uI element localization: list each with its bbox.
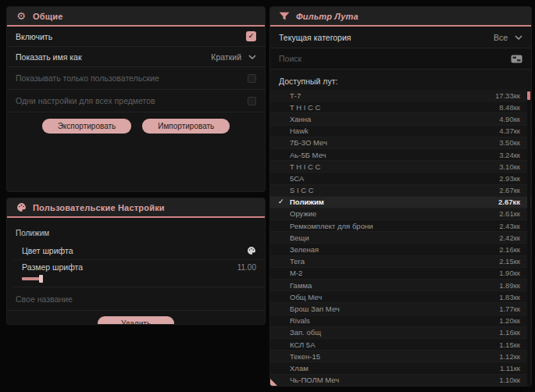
- loot-list-item[interactable]: Тега 2.15кк: [270, 256, 531, 268]
- selected-item-name: Полижим: [16, 229, 49, 237]
- loot-filter-title: Фильтр Лута: [296, 12, 358, 21]
- item-name: Т-7: [290, 91, 495, 100]
- item-price: 2.93кк: [499, 174, 520, 183]
- loot-list-item[interactable]: Хлам 1.11кк: [270, 362, 531, 374]
- loot-list-item[interactable]: Ремкомплект для брони 2.43кк: [270, 220, 531, 232]
- item-price: 17.33кк: [495, 91, 520, 100]
- same-settings-checkbox[interactable]: [248, 97, 256, 105]
- enable-label: Включить: [16, 32, 52, 41]
- loot-list-item[interactable]: Чь-ПОЛМ Меч 1.10кк: [270, 375, 531, 387]
- item-name: М-2: [290, 269, 499, 277]
- palette-icon: [16, 202, 27, 212]
- delete-button[interactable]: Удалить: [98, 316, 174, 325]
- item-name: Вещи: [290, 233, 499, 242]
- show-name-as-value: Краткий: [211, 52, 241, 62]
- mod-settings-window: ⚙ Общие Включить ✓ Показать имя как Крат…: [0, 0, 535, 392]
- search-input[interactable]: [279, 52, 505, 66]
- item-name: S I C C: [290, 186, 499, 194]
- custom-name-input[interactable]: [16, 292, 256, 306]
- only-custom-label: Показывать только пользовательские: [16, 73, 159, 83]
- keyboard-icon[interactable]: [511, 55, 523, 63]
- general-panel-header: ⚙ Общие: [7, 7, 265, 27]
- import-button[interactable]: Импортировать: [142, 119, 230, 134]
- loot-list-item[interactable]: Т-7 17.33кк: [270, 90, 531, 102]
- enable-checkbox[interactable]: ✓: [246, 31, 256, 41]
- general-panel-body: Включить ✓ Показать имя как Краткий Пока…: [7, 27, 265, 138]
- loot-list-item[interactable]: ✓ Полижим 2.67кк: [270, 197, 531, 208]
- loot-list-item[interactable]: Зап. общ 1.16кк: [270, 327, 531, 339]
- item-name: Rivals: [290, 316, 499, 325]
- loot-list-item[interactable]: Hawk 4.37кк: [270, 126, 531, 137]
- item-price: 4.90кк: [499, 115, 520, 123]
- category-dropdown[interactable]: Все: [494, 33, 523, 42]
- category-row: Текущая категория Все: [270, 27, 531, 48]
- item-name: Зеленая: [290, 245, 499, 254]
- item-name: Оружие: [290, 209, 499, 218]
- custom-settings-panel: Пользовательские Настройки Полижим Цвет …: [6, 198, 266, 325]
- loot-list-item[interactable]: М-2 1.90кк: [270, 268, 531, 280]
- loot-list-item[interactable]: КСЛ 5А 1.15кк: [270, 339, 531, 351]
- item-name: Тега: [290, 257, 499, 265]
- loot-list-item[interactable]: Брош Зап Меч 1.77кк: [270, 303, 531, 315]
- category-label: Текущая категория: [279, 33, 351, 42]
- item-price: 1.90кк: [499, 269, 520, 277]
- loot-list-item[interactable]: Аь-5Б Меч 3.24кк: [270, 149, 531, 161]
- selected-item-row: Полижим: [7, 218, 265, 242]
- scrollbar-track[interactable]: [527, 90, 530, 387]
- chevron-down-icon: [515, 35, 523, 40]
- export-button[interactable]: Экспортировать: [42, 119, 132, 134]
- loot-list-item[interactable]: Общ Меч 1.83кк: [270, 291, 531, 303]
- item-price: 3.24кк: [499, 151, 520, 159]
- item-price: 1.77кк: [499, 305, 520, 313]
- available-loot-label: Доступный лут:: [279, 77, 337, 86]
- item-name: 5СА: [290, 174, 499, 183]
- item-name: Hawk: [290, 127, 499, 135]
- funnel-icon: [279, 12, 290, 21]
- category-value: Все: [494, 33, 508, 42]
- loot-list-item[interactable]: 5СА 2.93кк: [270, 173, 531, 184]
- item-price: 8.48кк: [499, 103, 520, 112]
- scrollbar-thumb[interactable]: [527, 91, 530, 100]
- loot-list-item[interactable]: Ханна 4.90кк: [270, 113, 531, 125]
- item-price: 1.89кк: [499, 281, 520, 290]
- only-custom-checkbox[interactable]: [248, 74, 256, 83]
- right-column: Фильтр Лута Текущая категория Все: [269, 6, 532, 387]
- font-color-row: Цвет шрифта: [13, 242, 265, 260]
- general-panel-title: Общие: [33, 12, 63, 21]
- slider-fill: [22, 277, 41, 280]
- font-size-label: Размер шрифта: [22, 262, 83, 272]
- loot-list-item[interactable]: S I C C 2.67кк: [270, 185, 531, 197]
- item-price: 2.67кк: [499, 186, 520, 194]
- item-price: 1.12кк: [499, 352, 520, 361]
- slider-thumb[interactable]: [39, 275, 43, 283]
- enable-row: Включить ✓: [7, 27, 265, 47]
- loot-list-item[interactable]: 7Б-3О Меч 3.50кк: [270, 137, 531, 149]
- item-name: Аь-5Б Меч: [290, 151, 499, 159]
- loot-list-item[interactable]: Вещи 2.42кк: [270, 232, 531, 244]
- item-price: 1.10кк: [499, 376, 520, 384]
- font-size-slider[interactable]: [22, 274, 131, 283]
- show-name-as-dropdown[interactable]: Краткий: [211, 52, 256, 62]
- item-name: Брош Зап Меч: [290, 305, 499, 313]
- same-settings-row: Одни настройки для всех предметов: [7, 90, 265, 112]
- item-name: Зап. общ: [290, 328, 499, 337]
- item-name: T H I C C: [290, 103, 499, 112]
- item-name: КСЛ 5А: [290, 340, 499, 349]
- color-picker-icon[interactable]: [247, 246, 256, 255]
- show-name-as-label: Показать имя как: [16, 52, 82, 62]
- item-name: T H I C C: [290, 162, 499, 171]
- loot-list-item[interactable]: Текен-15 1.12кк: [270, 351, 531, 362]
- loot-list-item[interactable]: T H I C C 8.48кк: [270, 102, 531, 113]
- loot-list-item[interactable]: T H I C C 3.10кк: [270, 161, 531, 173]
- resize-grip[interactable]: [270, 379, 277, 386]
- item-name: Ремкомплект для брони: [290, 222, 499, 230]
- loot-list-item[interactable]: Гамма 1.89кк: [270, 280, 531, 291]
- loot-list-item[interactable]: Зеленая 2.16кк: [270, 244, 531, 255]
- loot-list-item[interactable]: Оружие 2.61кк: [270, 208, 531, 220]
- item-price: 1.11кк: [500, 364, 520, 372]
- loot-list-item[interactable]: Rivals 1.20кк: [270, 315, 531, 327]
- custom-settings-header: Пользовательские Настройки: [7, 198, 265, 218]
- gear-icon: ⚙: [16, 11, 27, 21]
- loot-filter-panel: Фильтр Лута Текущая категория Все: [269, 6, 532, 387]
- item-price: 2.67кк: [498, 198, 520, 206]
